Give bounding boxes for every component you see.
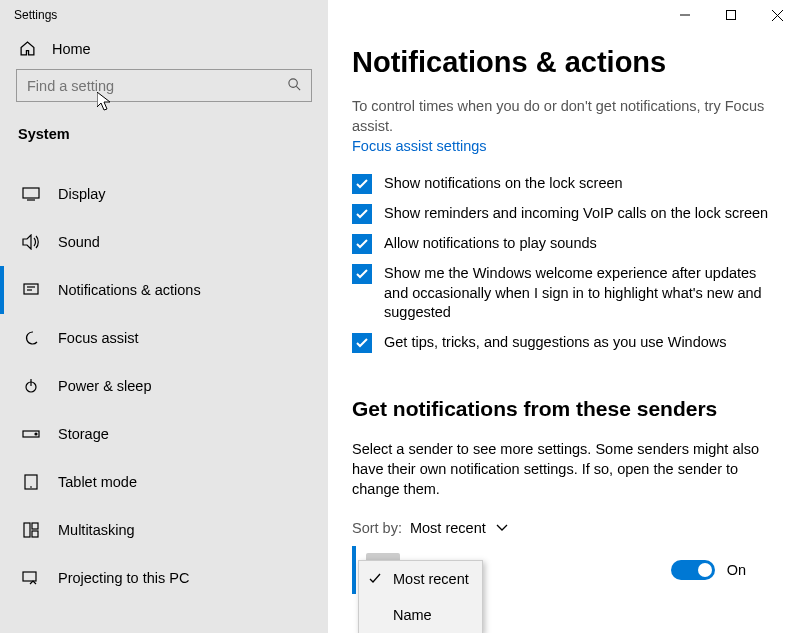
- checkbox-label: Get tips, tricks, and suggestions as you…: [384, 333, 727, 353]
- search-input[interactable]: [16, 69, 312, 102]
- sidebar-item-label: Tablet mode: [58, 474, 137, 490]
- sidebar-item-focus-assist[interactable]: Focus assist: [0, 314, 328, 362]
- checkbox-label: Show me the Windows welcome experience a…: [384, 264, 776, 323]
- svg-rect-16: [23, 572, 36, 581]
- multitasking-icon: [22, 522, 40, 538]
- checkbox-icon: [352, 174, 372, 194]
- sidebar-item-multitasking[interactable]: Multitasking: [0, 506, 328, 554]
- sidebar-item-label: Sound: [58, 234, 100, 250]
- sidebar-item-label: Notifications & actions: [58, 282, 201, 298]
- mouse-cursor-icon: [97, 92, 113, 112]
- sidebar-item-label: Multitasking: [58, 522, 135, 538]
- svg-rect-15: [32, 531, 38, 537]
- checkmark-icon: [369, 573, 383, 585]
- power-icon: [22, 378, 40, 394]
- svg-rect-2: [23, 188, 39, 198]
- focus-assist-link[interactable]: Focus assist settings: [352, 138, 487, 154]
- svg-line-1: [296, 86, 300, 90]
- dropdown-item-label: Name: [393, 607, 432, 623]
- main-content: Notifications & actions To control times…: [328, 0, 800, 633]
- checkbox-icon: [352, 204, 372, 224]
- dropdown-item-name[interactable]: Name: [359, 597, 482, 633]
- sidebar-category: System: [0, 110, 328, 154]
- sort-label: Sort by:: [352, 520, 402, 536]
- checkbox-label: Show reminders and incoming VoIP calls o…: [384, 204, 768, 224]
- checkbox-row[interactable]: Get tips, tricks, and suggestions as you…: [352, 333, 776, 353]
- checkbox-label: Show notifications on the lock screen: [384, 174, 623, 194]
- sidebar-item-label: Projecting to this PC: [58, 570, 189, 586]
- sidebar-item-notifications[interactable]: Notifications & actions: [0, 266, 328, 314]
- checkbox-icon: [352, 333, 372, 353]
- svg-rect-13: [24, 523, 30, 537]
- sidebar-item-label: Display: [58, 186, 106, 202]
- storage-icon: [22, 428, 40, 440]
- sidebar-item-label: Power & sleep: [58, 378, 152, 394]
- minimize-button[interactable]: [662, 0, 708, 30]
- sidebar-item-storage[interactable]: Storage: [0, 410, 328, 458]
- senders-description: Select a sender to see more settings. So…: [352, 439, 776, 500]
- tablet-icon: [22, 474, 40, 490]
- dropdown-item-most-recent[interactable]: Most recent: [359, 561, 482, 597]
- sort-dropdown-menu: Most recent Name: [358, 560, 483, 633]
- sidebar-home[interactable]: Home: [0, 30, 328, 69]
- home-icon: [18, 40, 36, 57]
- checkbox-row[interactable]: Show reminders and incoming VoIP calls o…: [352, 204, 776, 224]
- svg-point-10: [35, 433, 37, 435]
- sidebar-item-power[interactable]: Power & sleep: [0, 362, 328, 410]
- chevron-down-icon: [496, 524, 508, 532]
- search-icon: [287, 77, 302, 92]
- sort-by-dropdown[interactable]: Sort by: Most recent: [352, 520, 776, 536]
- svg-rect-4: [24, 284, 38, 294]
- checkbox-label: Allow notifications to play sounds: [384, 234, 597, 254]
- svg-rect-14: [32, 523, 38, 529]
- sidebar: Settings Home System Display Sound Notif…: [0, 0, 328, 633]
- toggle-track: [671, 560, 715, 580]
- sidebar-item-projecting[interactable]: Projecting to this PC: [0, 554, 328, 602]
- dropdown-item-label: Most recent: [393, 571, 469, 587]
- sound-icon: [22, 234, 40, 250]
- nav-list: Display Sound Notifications & actions Fo…: [0, 154, 328, 602]
- svg-point-0: [289, 79, 297, 87]
- window-controls: [662, 0, 800, 30]
- home-label: Home: [52, 41, 91, 57]
- sidebar-item-display[interactable]: Display: [0, 170, 328, 218]
- notifications-icon: [22, 282, 40, 298]
- sidebar-item-label: Storage: [58, 426, 109, 442]
- sidebar-item-tablet[interactable]: Tablet mode: [0, 458, 328, 506]
- svg-rect-18: [727, 11, 736, 20]
- search-wrap: [16, 69, 312, 102]
- display-icon: [22, 187, 40, 201]
- maximize-button[interactable]: [708, 0, 754, 30]
- sender-toggle[interactable]: On: [671, 560, 746, 580]
- checkbox-row[interactable]: Allow notifications to play sounds: [352, 234, 776, 254]
- senders-title: Get notifications from these senders: [352, 397, 776, 421]
- checkbox-row[interactable]: Show notifications on the lock screen: [352, 174, 776, 194]
- focus-assist-icon: [22, 330, 40, 346]
- sort-value: Most recent: [410, 520, 486, 536]
- checkbox-icon: [352, 234, 372, 254]
- projecting-icon: [22, 571, 40, 585]
- window-title: Settings: [0, 0, 328, 30]
- page-description: To control times when you do or don't ge…: [352, 97, 776, 136]
- toggle-label: On: [727, 562, 746, 578]
- close-button[interactable]: [754, 0, 800, 30]
- sidebar-item-label: Focus assist: [58, 330, 139, 346]
- checkbox-icon: [352, 264, 372, 284]
- checkbox-row[interactable]: Show me the Windows welcome experience a…: [352, 264, 776, 323]
- sidebar-item-sound[interactable]: Sound: [0, 218, 328, 266]
